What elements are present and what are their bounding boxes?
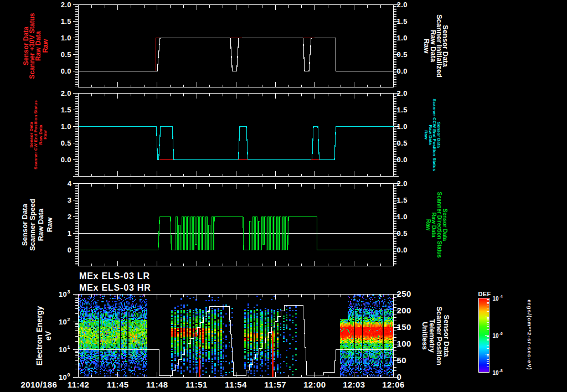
svg-text:-6: -6 (499, 332, 503, 336)
svg-text:Raw Data: Raw Data (37, 208, 45, 241)
svg-text:0.0: 0.0 (397, 246, 408, 254)
svg-text:11:48: 11:48 (146, 380, 168, 389)
svg-text:1.0: 1.0 (397, 34, 408, 42)
svg-text:DEF: DEF (478, 291, 491, 297)
svg-text:150: 150 (397, 322, 411, 332)
svg-text:1.5: 1.5 (397, 196, 408, 204)
svg-text:2010/186: 2010/186 (21, 380, 58, 389)
svg-text:100: 100 (397, 339, 411, 348)
svg-text:2.0: 2.0 (61, 1, 71, 9)
svg-text:10: 10 (59, 318, 67, 326)
svg-text:11:51: 11:51 (185, 380, 208, 389)
svg-text:10: 10 (493, 333, 499, 339)
svg-text:11:45: 11:45 (107, 380, 129, 389)
svg-text:0: 0 (68, 372, 70, 378)
svg-text:0.5: 0.5 (397, 139, 408, 147)
svg-text:10: 10 (493, 296, 499, 302)
svg-text:4: 4 (68, 179, 72, 188)
svg-text:Electron Energy: Electron Energy (35, 306, 44, 366)
svg-text:1.0: 1.0 (61, 122, 71, 131)
svg-text:0: 0 (68, 246, 71, 254)
svg-text:10: 10 (59, 373, 67, 381)
svg-text:250: 250 (397, 289, 411, 298)
svg-text:1.0: 1.0 (397, 122, 408, 131)
svg-text:0.5: 0.5 (397, 229, 408, 238)
svg-text:MEx ELS-03 LR: MEx ELS-03 LR (79, 271, 150, 281)
svg-text:2.0: 2.0 (397, 1, 408, 9)
svg-text:3: 3 (68, 289, 70, 295)
svg-text:-8: -8 (499, 369, 503, 373)
svg-text:Raw Data: Raw Data (34, 31, 42, 61)
svg-text:1.5: 1.5 (397, 17, 408, 25)
svg-text:0.0: 0.0 (61, 67, 71, 75)
svg-text:1: 1 (68, 344, 70, 350)
svg-text:2.0: 2.0 (61, 89, 71, 97)
svg-text:0.0: 0.0 (397, 67, 408, 75)
svg-text:0.5: 0.5 (61, 50, 71, 59)
svg-text:ergs/(cm**2-sr-sec-eV): ergs/(cm**2-sr-sec-eV) (527, 300, 533, 370)
svg-text:Raw: Raw (43, 130, 48, 140)
svg-text:-4: -4 (499, 295, 503, 298)
svg-text:1.5: 1.5 (61, 17, 71, 25)
svg-text:1.5: 1.5 (397, 106, 408, 114)
svg-text:1.0: 1.0 (397, 213, 408, 221)
svg-text:2.0: 2.0 (397, 89, 408, 97)
svg-text:2: 2 (68, 317, 70, 322)
svg-text:Scanner Speed: Scanner Speed (28, 199, 37, 251)
svg-text:2.0: 2.0 (397, 179, 408, 188)
svg-text:11:42: 11:42 (68, 380, 90, 389)
svg-text:Raw: Raw (424, 130, 429, 140)
svg-text:0.5: 0.5 (61, 139, 71, 147)
svg-text:eV: eV (44, 331, 53, 341)
svg-text:Raw: Raw (45, 217, 54, 233)
svg-text:3: 3 (68, 196, 71, 204)
svg-text:Raw: Raw (422, 39, 431, 54)
svg-text:MEx ELS-03 HR: MEx ELS-03 HR (79, 283, 151, 292)
svg-text:11:54: 11:54 (225, 380, 247, 389)
svg-text:2: 2 (68, 213, 71, 221)
svg-text:Raw: Raw (425, 219, 431, 231)
svg-text:10: 10 (59, 290, 67, 298)
svg-text:11:57: 11:57 (264, 380, 286, 389)
svg-text:0.0: 0.0 (397, 156, 408, 164)
svg-text:1.0: 1.0 (61, 34, 71, 42)
svg-text:1: 1 (68, 229, 71, 238)
svg-text:Unitless: Unitless (421, 322, 429, 350)
svg-text:12:03: 12:03 (343, 380, 365, 389)
svg-text:1.5: 1.5 (61, 106, 71, 114)
svg-text:200: 200 (397, 306, 411, 315)
svg-text:10: 10 (493, 370, 499, 376)
svg-text:Raw: Raw (42, 39, 49, 53)
svg-text:Sensor Data: Sensor Data (20, 203, 29, 246)
svg-text:0.5: 0.5 (397, 50, 408, 59)
svg-text:10: 10 (59, 345, 67, 354)
svg-text:0.0: 0.0 (61, 156, 71, 164)
svg-text:12:00: 12:00 (303, 380, 326, 389)
svg-text:50: 50 (397, 355, 407, 365)
svg-text:12:06: 12:06 (382, 380, 404, 389)
